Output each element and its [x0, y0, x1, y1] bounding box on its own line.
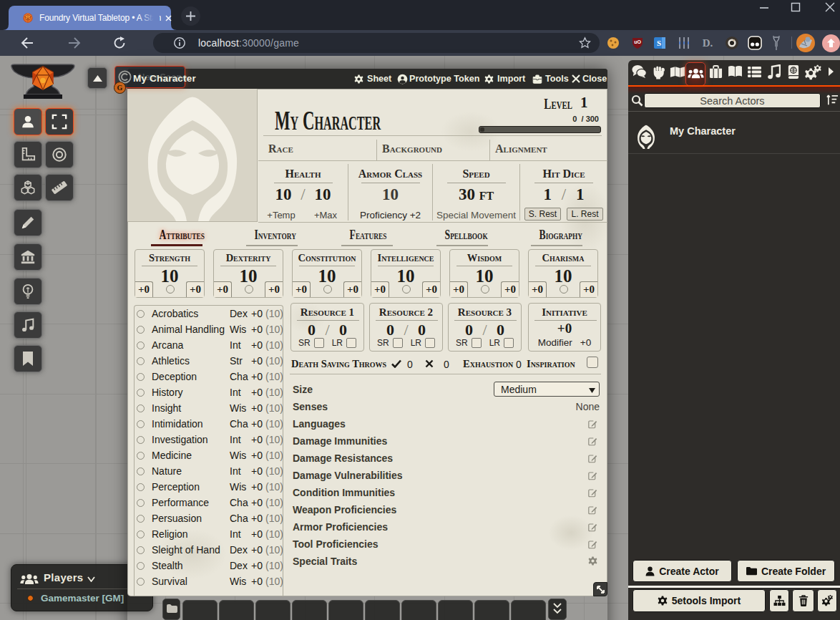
- svg-text:S: S: [657, 39, 661, 47]
- svg-text:uO: uO: [634, 39, 641, 44]
- svg-text:D.: D.: [703, 37, 713, 49]
